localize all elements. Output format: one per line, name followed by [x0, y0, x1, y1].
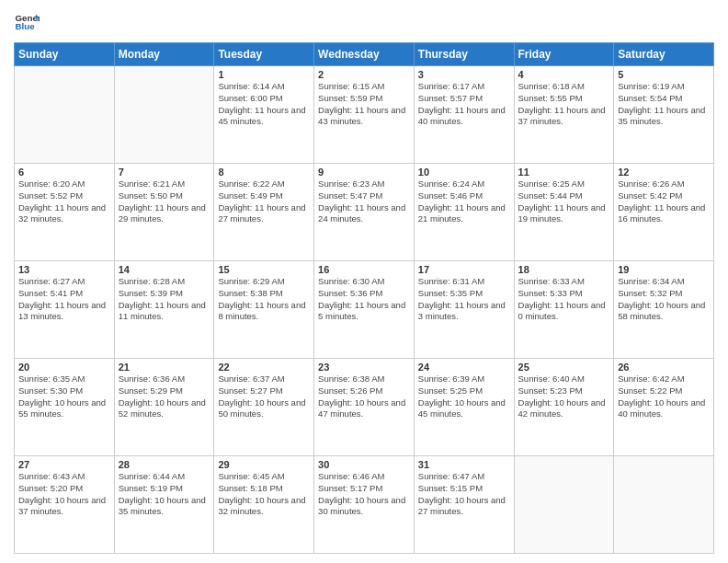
day-info: Sunrise: 6:21 AM Sunset: 5:50 PM Dayligh… — [119, 178, 210, 225]
calendar-day-cell: 8Sunrise: 6:22 AM Sunset: 5:49 PM Daylig… — [214, 164, 314, 261]
day-number: 1 — [218, 69, 310, 80]
calendar-day-cell: 24Sunrise: 6:39 AM Sunset: 5:25 PM Dayli… — [414, 359, 514, 456]
calendar-day-cell: 11Sunrise: 6:25 AM Sunset: 5:44 PM Dayli… — [514, 164, 614, 261]
day-number: 31 — [418, 459, 510, 470]
calendar-day-cell — [114, 66, 214, 164]
calendar-day-cell: 23Sunrise: 6:38 AM Sunset: 5:26 PM Dayli… — [314, 359, 415, 456]
day-number: 30 — [318, 459, 410, 470]
calendar-day-cell: 10Sunrise: 6:24 AM Sunset: 5:46 PM Dayli… — [414, 164, 514, 261]
day-number: 29 — [218, 459, 310, 470]
calendar-day-cell: 18Sunrise: 6:33 AM Sunset: 5:33 PM Dayli… — [514, 261, 614, 359]
day-info: Sunrise: 6:26 AM Sunset: 5:42 PM Dayligh… — [618, 178, 710, 225]
calendar-day-cell: 12Sunrise: 6:26 AM Sunset: 5:42 PM Dayli… — [614, 164, 714, 261]
day-info: Sunrise: 6:19 AM Sunset: 5:54 PM Dayligh… — [618, 81, 710, 128]
day-info: Sunrise: 6:45 AM Sunset: 5:18 PM Dayligh… — [218, 471, 310, 518]
day-info: Sunrise: 6:46 AM Sunset: 5:17 PM Dayligh… — [318, 471, 410, 518]
calendar-day-cell: 13Sunrise: 6:27 AM Sunset: 5:41 PM Dayli… — [15, 261, 115, 359]
day-info: Sunrise: 6:28 AM Sunset: 5:39 PM Dayligh… — [119, 276, 210, 323]
day-info: Sunrise: 6:47 AM Sunset: 5:15 PM Dayligh… — [418, 471, 510, 518]
day-info: Sunrise: 6:24 AM Sunset: 5:46 PM Dayligh… — [418, 178, 510, 225]
day-number: 2 — [318, 69, 410, 80]
day-number: 20 — [18, 362, 110, 373]
day-number: 4 — [518, 69, 610, 80]
day-info: Sunrise: 6:38 AM Sunset: 5:26 PM Dayligh… — [318, 373, 410, 420]
day-number: 7 — [119, 167, 210, 178]
day-number: 16 — [318, 264, 410, 275]
calendar-day-cell: 14Sunrise: 6:28 AM Sunset: 5:39 PM Dayli… — [114, 261, 214, 359]
day-info: Sunrise: 6:18 AM Sunset: 5:55 PM Dayligh… — [518, 81, 610, 128]
calendar-table: SundayMondayTuesdayWednesdayThursdayFrid… — [14, 42, 714, 554]
calendar-day-cell: 4Sunrise: 6:18 AM Sunset: 5:55 PM Daylig… — [514, 66, 614, 164]
calendar-body: 1Sunrise: 6:14 AM Sunset: 6:00 PM Daylig… — [15, 66, 714, 554]
calendar-day-cell: 6Sunrise: 6:20 AM Sunset: 5:52 PM Daylig… — [15, 164, 115, 261]
day-number: 15 — [218, 264, 310, 275]
calendar-day-cell: 28Sunrise: 6:44 AM Sunset: 5:19 PM Dayli… — [114, 456, 214, 554]
calendar-day-cell — [15, 66, 115, 164]
day-number: 24 — [418, 362, 510, 373]
calendar-week-row: 27Sunrise: 6:43 AM Sunset: 5:20 PM Dayli… — [15, 456, 714, 554]
day-number: 11 — [518, 167, 610, 178]
day-number: 27 — [18, 459, 110, 470]
day-number: 8 — [218, 167, 310, 178]
calendar-day-cell: 17Sunrise: 6:31 AM Sunset: 5:35 PM Dayli… — [414, 261, 514, 359]
weekday-header: Saturday — [614, 43, 714, 66]
weekday-header: Sunday — [15, 43, 115, 66]
page: General Blue SundayMondayTuesdayWednesda… — [0, 0, 728, 563]
calendar-day-cell: 9Sunrise: 6:23 AM Sunset: 5:47 PM Daylig… — [314, 164, 415, 261]
day-info: Sunrise: 6:30 AM Sunset: 5:36 PM Dayligh… — [318, 276, 410, 323]
calendar-day-cell: 27Sunrise: 6:43 AM Sunset: 5:20 PM Dayli… — [15, 456, 115, 554]
weekday-header: Thursday — [414, 43, 514, 66]
day-info: Sunrise: 6:14 AM Sunset: 6:00 PM Dayligh… — [218, 81, 310, 128]
day-info: Sunrise: 6:15 AM Sunset: 5:59 PM Dayligh… — [318, 81, 410, 128]
day-info: Sunrise: 6:25 AM Sunset: 5:44 PM Dayligh… — [518, 178, 610, 225]
day-info: Sunrise: 6:27 AM Sunset: 5:41 PM Dayligh… — [18, 276, 110, 323]
day-number: 12 — [618, 167, 710, 178]
calendar-day-cell: 1Sunrise: 6:14 AM Sunset: 6:00 PM Daylig… — [214, 66, 314, 164]
day-number: 19 — [618, 264, 710, 275]
header: General Blue — [14, 9, 714, 35]
day-number: 17 — [418, 264, 510, 275]
day-number: 21 — [119, 362, 210, 373]
calendar-day-cell: 26Sunrise: 6:42 AM Sunset: 5:22 PM Dayli… — [614, 359, 714, 456]
day-info: Sunrise: 6:34 AM Sunset: 5:32 PM Dayligh… — [618, 276, 710, 323]
day-info: Sunrise: 6:31 AM Sunset: 5:35 PM Dayligh… — [418, 276, 510, 323]
day-info: Sunrise: 6:20 AM Sunset: 5:52 PM Dayligh… — [18, 178, 110, 225]
day-number: 5 — [618, 69, 710, 80]
day-info: Sunrise: 6:33 AM Sunset: 5:33 PM Dayligh… — [518, 276, 610, 323]
day-info: Sunrise: 6:39 AM Sunset: 5:25 PM Dayligh… — [418, 373, 510, 420]
logo: General Blue — [14, 9, 43, 35]
calendar-day-cell: 25Sunrise: 6:40 AM Sunset: 5:23 PM Dayli… — [514, 359, 614, 456]
day-number: 9 — [318, 167, 410, 178]
calendar-week-row: 20Sunrise: 6:35 AM Sunset: 5:30 PM Dayli… — [15, 359, 714, 456]
day-info: Sunrise: 6:44 AM Sunset: 5:19 PM Dayligh… — [119, 471, 210, 518]
day-info: Sunrise: 6:22 AM Sunset: 5:49 PM Dayligh… — [218, 178, 310, 225]
calendar-day-cell: 30Sunrise: 6:46 AM Sunset: 5:17 PM Dayli… — [314, 456, 415, 554]
day-info: Sunrise: 6:23 AM Sunset: 5:47 PM Dayligh… — [318, 178, 410, 225]
calendar-day-cell: 2Sunrise: 6:15 AM Sunset: 5:59 PM Daylig… — [314, 66, 415, 164]
weekday-header: Tuesday — [214, 43, 314, 66]
day-number: 23 — [318, 362, 410, 373]
weekday-header: Wednesday — [314, 43, 415, 66]
calendar-header-row: SundayMondayTuesdayWednesdayThursdayFrid… — [15, 43, 714, 66]
calendar-week-row: 1Sunrise: 6:14 AM Sunset: 6:00 PM Daylig… — [15, 66, 714, 164]
calendar-day-cell: 7Sunrise: 6:21 AM Sunset: 5:50 PM Daylig… — [114, 164, 214, 261]
calendar-day-cell: 21Sunrise: 6:36 AM Sunset: 5:29 PM Dayli… — [114, 359, 214, 456]
calendar-day-cell: 31Sunrise: 6:47 AM Sunset: 5:15 PM Dayli… — [414, 456, 514, 554]
calendar-day-cell: 29Sunrise: 6:45 AM Sunset: 5:18 PM Dayli… — [214, 456, 314, 554]
calendar-day-cell — [514, 456, 614, 554]
calendar-day-cell: 15Sunrise: 6:29 AM Sunset: 5:38 PM Dayli… — [214, 261, 314, 359]
calendar-day-cell: 3Sunrise: 6:17 AM Sunset: 5:57 PM Daylig… — [414, 66, 514, 164]
calendar-week-row: 13Sunrise: 6:27 AM Sunset: 5:41 PM Dayli… — [15, 261, 714, 359]
calendar-day-cell: 22Sunrise: 6:37 AM Sunset: 5:27 PM Dayli… — [214, 359, 314, 456]
day-info: Sunrise: 6:43 AM Sunset: 5:20 PM Dayligh… — [18, 471, 110, 518]
day-number: 14 — [119, 264, 210, 275]
day-number: 22 — [218, 362, 310, 373]
day-info: Sunrise: 6:29 AM Sunset: 5:38 PM Dayligh… — [218, 276, 310, 323]
day-number: 13 — [18, 264, 110, 275]
calendar-week-row: 6Sunrise: 6:20 AM Sunset: 5:52 PM Daylig… — [15, 164, 714, 261]
weekday-header: Friday — [514, 43, 614, 66]
calendar-day-cell: 16Sunrise: 6:30 AM Sunset: 5:36 PM Dayli… — [314, 261, 415, 359]
day-number: 3 — [418, 69, 510, 80]
day-number: 28 — [119, 459, 210, 470]
day-info: Sunrise: 6:37 AM Sunset: 5:27 PM Dayligh… — [218, 373, 310, 420]
